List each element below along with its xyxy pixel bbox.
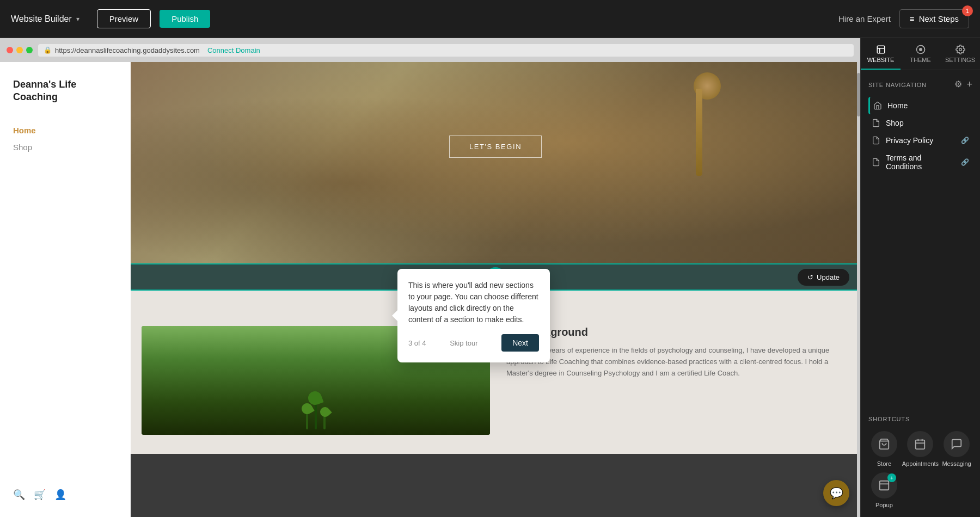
hero-section[interactable]: LET'S BEGIN [131,62,860,263]
svg-rect-7 [916,440,925,450]
skip-tour-button[interactable]: Skip tour [450,339,477,347]
store-icon [878,438,890,450]
nav-item-privacy-label: Privacy Policy [886,136,933,145]
shortcut-messaging[interactable]: Messaging [941,431,972,467]
appointments-icon-circle [907,431,933,457]
hero-cta-button[interactable]: LET'S BEGIN [449,136,542,158]
hero-bg [131,62,860,263]
connect-domain-link[interactable]: Connect Domain [207,46,260,54]
calendar-icon [914,438,926,450]
right-panel: WEBSITE THEME SETTINGS SITE NAVIGATION ⚙ [860,38,980,517]
meet-text: My Background With over 15 years of expe… [501,326,849,435]
external-link-icon-terms: 🔗 [961,158,969,166]
next-steps-badge: 1 [962,5,973,16]
popup-badge: + [887,473,896,482]
preview-button[interactable]: Preview [97,9,151,28]
update-icon: ↺ [807,273,813,281]
nav-header-actions: ⚙ + [954,79,972,90]
cart-icon[interactable]: 🛒 [34,489,46,501]
website-preview: Deanna's Life Coaching Home Shop 🔍 🛒 👤 [0,62,860,517]
tab-settings[interactable]: SETTINGS [940,38,980,70]
next-steps-label: Next Steps [919,14,959,23]
shortcut-appointments[interactable]: Appointments [902,431,939,467]
site-navigation-section: SITE NAVIGATION ⚙ + Home Shop [861,70,980,180]
nav-item-terms-label: Terms and Conditions [886,153,955,171]
popup-icon [878,479,890,491]
shortcut-store[interactable]: Store [868,431,900,467]
next-steps-icon: ≡ [910,14,915,23]
shortcuts-section: SHORTCUTS Store Ap [861,407,980,517]
page-icon-terms [872,158,880,167]
nav-item-home-label: Home [887,101,908,110]
appointments-label: Appointments [902,460,939,467]
url-text: https://deannaslifecoaching.godaddysites… [55,46,200,54]
next-steps-button[interactable]: ≡ Next Steps 1 [899,9,969,28]
svg-point-5 [959,48,961,51]
next-button[interactable]: Next [501,334,539,352]
address-bar[interactable]: 🔒 https://deannaslifecoaching.godaddysit… [38,44,854,57]
tooltip-step: 3 of 4 [408,339,426,347]
nav-item-shop-label: Shop [886,119,904,127]
site-navigation-header: SITE NAVIGATION ⚙ + [868,79,972,90]
site-brand[interactable]: Website Builder ▾ [11,14,79,24]
page-icon-privacy [872,136,880,145]
store-icon-circle [871,431,897,457]
tooltip-text: This is where you'll add new sections to… [408,280,539,325]
update-label: Update [817,273,840,281]
browser-dots [7,47,33,53]
nav-settings-icon[interactable]: ⚙ [954,79,962,90]
nav-add-icon[interactable]: + [966,79,972,90]
update-button[interactable]: ↺ Update [798,269,849,286]
publish-button[interactable]: Publish [160,10,210,28]
tooltip-arrow [392,310,397,321]
tab-theme[interactable]: THEME [901,38,940,70]
scrollbar-thumb[interactable] [857,73,860,116]
right-panel-tabs: WEBSITE THEME SETTINGS [861,38,980,70]
page-icon-shop [872,119,880,127]
external-link-icon-privacy: 🔗 [961,137,969,144]
svg-rect-0 [877,46,885,53]
nav-item-shop[interactable]: Shop [868,114,972,132]
shortcut-popup[interactable]: + Popup [868,472,900,508]
site-nav-shop[interactable]: Shop [13,143,118,152]
meet-bio: With over 15 years of experience in the … [506,345,844,379]
chat-bubble[interactable]: 💬 [823,480,849,506]
site-nav: Home Shop [13,126,118,478]
seedling-shapes [306,397,326,429]
scrollbar-track[interactable] [857,62,860,517]
theme-icon [916,45,926,54]
dot-red [7,47,13,53]
tooltip-popup: This is where you'll add new sections to… [397,269,550,362]
meet-name: My Background [506,326,844,338]
website-icon [876,45,886,54]
svg-point-4 [919,48,922,51]
store-label: Store [877,460,891,467]
messaging-icon [951,438,963,450]
brand-chevron: ▾ [76,15,79,23]
site-sidebar: Deanna's Life Coaching Home Shop 🔍 🛒 👤 [0,62,131,517]
search-icon[interactable]: 🔍 [13,489,25,501]
tab-website[interactable]: WEBSITE [861,38,901,70]
svg-rect-11 [880,481,889,490]
shortcuts-title: SHORTCUTS [868,416,972,422]
messaging-label: Messaging [942,460,971,467]
tooltip-footer: 3 of 4 Skip tour Next [408,334,539,352]
browser-area: 🔒 https://deannaslifecoaching.godaddysit… [0,38,860,517]
tab-website-label: WEBSITE [867,57,895,63]
hero-decoration [685,72,729,192]
nav-item-terms[interactable]: Terms and Conditions 🔗 [868,149,972,175]
user-icon[interactable]: 👤 [54,489,66,501]
nav-item-home[interactable]: Home [868,97,972,114]
site-nav-home[interactable]: Home [13,126,118,135]
site-content: LET'S BEGIN + ↺ Update MEET DEANNA'S LIF… [131,62,860,517]
tab-theme-label: THEME [910,57,931,63]
hire-expert-link[interactable]: Hire an Expert [838,14,891,23]
popup-icon-circle: + [871,472,897,498]
brand-label: Website Builder [11,14,72,24]
home-icon [873,101,882,110]
settings-icon [955,45,965,54]
popup-label: Popup [875,502,893,508]
messaging-icon-circle [944,431,970,457]
nav-item-privacy[interactable]: Privacy Policy 🔗 [868,132,972,149]
top-bar: Website Builder ▾ Preview Publish Hire a… [0,0,980,38]
